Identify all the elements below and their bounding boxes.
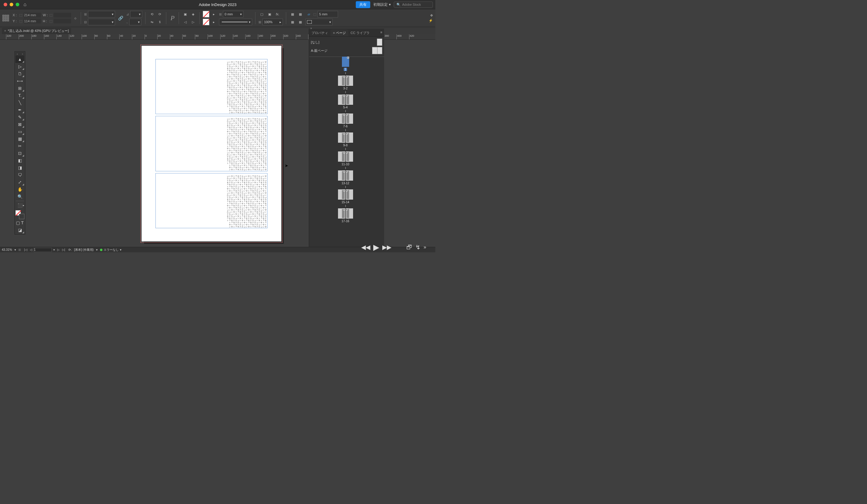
stroke-style[interactable]: ▾ bbox=[219, 19, 252, 25]
zoom-level[interactable]: 43.31% bbox=[2, 248, 12, 251]
corner-radius[interactable]: 5 mm bbox=[318, 11, 338, 18]
page-tool[interactable]: 🗋 bbox=[15, 70, 24, 77]
page-thumb[interactable]: AA9-8 bbox=[338, 132, 353, 147]
home-icon[interactable]: ⌂ bbox=[23, 2, 26, 7]
preflight-preset[interactable]: [基本] (作業用) bbox=[74, 248, 94, 252]
scissors-tool[interactable]: ✂ bbox=[15, 142, 24, 150]
pen-tool[interactable]: ✒ bbox=[15, 106, 24, 113]
pencil-tool[interactable]: ✎ bbox=[15, 113, 24, 121]
selection-tool[interactable]: ▲ bbox=[15, 56, 24, 63]
stroke-arrow[interactable]: ▸ bbox=[211, 19, 217, 25]
stroke-swatch[interactable] bbox=[203, 19, 210, 25]
scale-y[interactable]: ▾ bbox=[88, 19, 115, 25]
settings-button[interactable]: ↯ bbox=[415, 243, 420, 251]
next-page-button[interactable]: ▷ bbox=[56, 248, 61, 251]
pages-list[interactable]: A1AA3-2AA5-4AA7-6AA9-8AA11-10AA13-12AA15… bbox=[309, 55, 382, 247]
close-panel-icon[interactable]: × bbox=[310, 27, 312, 30]
fill-toggle-icon[interactable]: ⬛▸ bbox=[15, 202, 24, 209]
grid-tool[interactable]: ▦ bbox=[15, 135, 24, 142]
page-thumb[interactable]: AA15-14 bbox=[338, 189, 353, 204]
first-page-button[interactable]: |◁ bbox=[23, 248, 28, 251]
gpu-icon[interactable]: ⚡ bbox=[429, 19, 433, 23]
rotate-cw-icon[interactable]: ⟳ bbox=[156, 11, 163, 18]
y-input[interactable] bbox=[23, 19, 41, 23]
corner-style[interactable]: ▾ bbox=[306, 19, 333, 25]
content-collector-tool[interactable]: ⊞ bbox=[15, 85, 24, 92]
eyedropper-tool[interactable]: ⤢ bbox=[15, 178, 24, 186]
close-tab-icon[interactable]: × bbox=[4, 29, 6, 33]
format-text-icon[interactable]: ▢ T bbox=[15, 219, 24, 227]
w-input[interactable] bbox=[54, 13, 71, 18]
stroke-weight[interactable]: 0 mm▾ bbox=[223, 11, 243, 18]
preflight-status[interactable]: エラーなし▾ bbox=[100, 248, 121, 252]
zoom-window[interactable] bbox=[16, 3, 19, 6]
wrap-bbox-icon[interactable]: ▦ bbox=[297, 11, 304, 18]
select-prev-icon[interactable]: ◁ bbox=[182, 19, 189, 25]
flip-v-icon[interactable]: ⥮ bbox=[156, 19, 163, 25]
opacity[interactable]: 100%▸ bbox=[263, 19, 283, 25]
x-input[interactable] bbox=[23, 13, 41, 18]
zoom-dropdown-icon[interactable]: ▾ bbox=[14, 248, 16, 251]
close-window[interactable] bbox=[4, 3, 7, 6]
free-transform-tool[interactable]: ⊡ bbox=[15, 150, 24, 157]
stock-search[interactable]: 🔍Adobe Stock bbox=[394, 1, 433, 8]
fill-stroke-control[interactable] bbox=[15, 210, 24, 219]
shear[interactable]: ▾ bbox=[129, 19, 141, 25]
panel-menu-icon[interactable]: ≡ bbox=[381, 30, 382, 34]
share-button[interactable]: 共有 bbox=[356, 1, 370, 8]
text-frame[interactable]: サンプルテキストサンプルテキストサンプルテキストサンプルテキストサンプルテキスト… bbox=[156, 173, 268, 228]
wrap-jump-icon[interactable]: ▦ bbox=[297, 19, 304, 25]
loop-button[interactable]: 🗗 bbox=[406, 244, 413, 251]
select-content-icon[interactable]: ◈ bbox=[190, 11, 196, 18]
page-thumb[interactable]: AA11-10 bbox=[338, 151, 353, 166]
fill-arrow[interactable]: ▸ bbox=[211, 11, 217, 18]
minimize-window[interactable] bbox=[10, 3, 13, 6]
gap-tool[interactable]: ⟷ bbox=[15, 77, 24, 85]
play-button[interactable]: ▶ bbox=[373, 243, 379, 252]
auto-fit-icon[interactable]: ▢ bbox=[258, 11, 265, 18]
page-thumb[interactable]: AA7-6 bbox=[338, 113, 353, 128]
rectangle-tool[interactable]: ▭ bbox=[15, 128, 24, 135]
frame-fit-icon[interactable]: ▣ bbox=[266, 11, 273, 18]
last-page-button[interactable]: ▷| bbox=[61, 248, 66, 251]
panel-tab-properties[interactable]: プロパティ bbox=[309, 30, 331, 36]
open-icon[interactable]: ⟳. bbox=[68, 248, 72, 251]
note-tool[interactable]: 🗨 bbox=[15, 171, 24, 178]
gradient-feather-tool[interactable]: ◨ bbox=[15, 164, 24, 171]
text-frame[interactable]: サンプルテキストサンプルテキストサンプルテキストサンプルテキストサンプルテキスト… bbox=[156, 116, 268, 171]
wrap-none-icon[interactable]: ▦ bbox=[289, 11, 296, 18]
type-tool[interactable]: T. bbox=[15, 92, 24, 99]
wrap-shape-icon[interactable]: ▦ bbox=[289, 19, 296, 25]
panel-tab-pages[interactable]: ○ ページ bbox=[331, 30, 348, 36]
master-none[interactable]: [なし] bbox=[311, 38, 382, 46]
constrain-link-icon[interactable]: ⟐ bbox=[73, 16, 78, 21]
prev-page-button[interactable]: ◁ bbox=[29, 248, 33, 251]
direct-selection-tool[interactable]: ▷ bbox=[15, 63, 24, 70]
line-tool[interactable]: ╲ bbox=[15, 99, 24, 106]
page-thumb[interactable]: AA5-4 bbox=[338, 94, 353, 109]
document-tab[interactable]: × *流し込み.indd @ 43% [GPU プレビュー] bbox=[2, 28, 71, 34]
forward-button[interactable]: ▶▶ bbox=[382, 243, 391, 251]
type-p-icon[interactable]: P bbox=[169, 14, 175, 22]
page-number-input[interactable] bbox=[34, 248, 52, 252]
rotation[interactable]: ▾ bbox=[130, 11, 142, 18]
text-frame[interactable]: サンプルテキストサンプルテキストサンプルテキストサンプルテキストサンプルテキスト… bbox=[156, 59, 268, 114]
page-thumb[interactable]: AA13-12 bbox=[338, 170, 353, 185]
select-container-icon[interactable]: ▣ bbox=[182, 11, 189, 18]
gradient-tool[interactable]: ◧ bbox=[15, 157, 24, 164]
control-gear-icon[interactable]: ❉ bbox=[430, 13, 433, 18]
reference-point[interactable] bbox=[2, 15, 9, 21]
flip-h-icon[interactable]: ⇋ bbox=[149, 19, 155, 25]
view-mode-tool[interactable]: ◪ bbox=[15, 227, 24, 234]
master-a[interactable]: A-親ページ bbox=[311, 46, 382, 55]
hand-tool[interactable]: ✋ bbox=[15, 186, 24, 193]
panel-tab-cc[interactable]: CC ライブラ bbox=[348, 30, 372, 36]
scale-x[interactable]: ▾ bbox=[88, 11, 115, 18]
close-panel-icon[interactable]: × bbox=[17, 53, 18, 55]
corner-icon[interactable]: ▱ bbox=[306, 11, 312, 18]
expand-button[interactable]: » bbox=[424, 244, 426, 250]
rotate-ccw-icon[interactable]: ⟲ bbox=[149, 11, 155, 18]
page-thumb[interactable]: AA17-16 bbox=[338, 208, 353, 223]
fill-swatch[interactable] bbox=[203, 11, 210, 18]
constrain-scale-icon[interactable]: 🔗 bbox=[117, 16, 125, 21]
